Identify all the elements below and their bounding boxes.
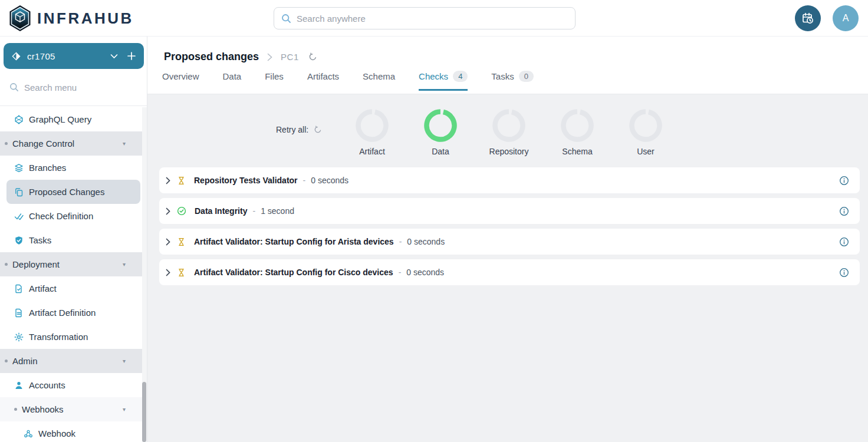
ring-repository[interactable]: Repository	[475, 108, 543, 156]
create-branch-button[interactable]	[127, 52, 136, 60]
sidebar-item-webhook[interactable]: Webhook	[0, 421, 147, 442]
ring-label: Repository	[475, 147, 543, 156]
copy-pages-icon	[14, 187, 24, 197]
menu-search	[0, 69, 147, 106]
info-icon[interactable]	[839, 237, 849, 247]
tab-artifacts[interactable]: Artifacts	[307, 71, 339, 91]
tab-checks[interactable]: Checks 4	[419, 71, 468, 91]
hourglass-icon	[177, 268, 186, 277]
branch-icon	[12, 52, 21, 61]
separator: -	[399, 268, 402, 277]
info-icon[interactable]	[839, 268, 849, 278]
ring-artifact[interactable]: Artifact	[338, 108, 406, 156]
tab-files[interactable]: Files	[265, 71, 284, 91]
tab-data[interactable]: Data	[223, 71, 242, 91]
sidebar-item-artifact[interactable]: Artifact	[0, 276, 147, 301]
retry-refresh-icon[interactable]	[314, 126, 322, 134]
breadcrumb: Proposed changes PC1	[147, 37, 868, 63]
separator: -	[252, 206, 255, 216]
search-icon	[9, 83, 19, 92]
tab-schema[interactable]: Schema	[363, 71, 395, 91]
validator-duration: 0 seconds	[311, 176, 348, 185]
sidebar-item-proposed-changes[interactable]: Proposed Changes	[6, 180, 140, 204]
sidebar-item-tasks[interactable]: Tasks	[0, 228, 147, 252]
sidebar-item-graphql-query[interactable]: GraphQL Query	[0, 107, 147, 131]
validator-duration: 1 second	[261, 206, 294, 216]
tab-label: Files	[265, 71, 284, 81]
sidebar-item-artifact-definition[interactable]: Artifact Definition	[0, 301, 147, 325]
sidebar-item-label: Artifact Definition	[29, 308, 96, 318]
sidebar-item-check-definition[interactable]: Check Definition	[0, 204, 147, 228]
sidebar-item-branches[interactable]: Branches	[0, 156, 147, 180]
tab-label: Overview	[162, 71, 199, 81]
check-type-rings: Artifact Data Repository Schema User	[338, 108, 680, 156]
sidebar-item-label: Branches	[29, 163, 66, 173]
sidebar-section-change-control[interactable]: Change Control ▾	[0, 131, 147, 156]
validator-name: Data Integrity	[195, 206, 247, 216]
menu-search-input[interactable]	[24, 83, 142, 93]
search-icon	[281, 14, 291, 24]
ring-user[interactable]: User	[611, 108, 680, 156]
check-circle-icon	[177, 206, 186, 216]
tab-overview[interactable]: Overview	[162, 71, 199, 91]
shield-check-icon	[14, 236, 24, 245]
branch-selector[interactable]: cr1705	[4, 43, 144, 69]
validator-row[interactable]: Repository Tests Validator - 0 seconds	[159, 167, 860, 193]
retry-all-label: Retry all:	[276, 125, 308, 134]
info-icon[interactable]	[839, 206, 849, 216]
validator-list: Repository Tests Validator - 0 seconds D…	[159, 167, 860, 290]
sidebar-scrollbar-thumb[interactable]	[142, 382, 146, 442]
branch-name: cr1705	[27, 51, 55, 61]
infrahub-logo[interactable]: INFRAHUB	[8, 5, 134, 32]
collapse-triangle-icon: ▾	[123, 140, 126, 147]
webhook-icon	[24, 429, 33, 438]
tab-label: Checks	[419, 71, 448, 81]
chevron-right-icon[interactable]	[166, 207, 170, 215]
page-header: Proposed changes PC1 Overview Data Files…	[147, 37, 868, 94]
chevron-down-icon[interactable]	[110, 54, 118, 59]
person-icon	[14, 381, 24, 390]
global-search	[274, 7, 576, 29]
sidebar-section-admin[interactable]: Admin ▾	[0, 349, 147, 373]
sidebar-item-transformation[interactable]: Transformation	[0, 325, 147, 349]
chevron-right-icon[interactable]	[166, 238, 170, 246]
bullet-icon	[14, 408, 17, 411]
refresh-icon[interactable]	[308, 52, 317, 61]
section-label: Deployment	[12, 259, 60, 269]
user-avatar[interactable]: A	[833, 5, 859, 31]
validator-row[interactable]: Artifact Validator: Startup Config for A…	[159, 229, 860, 255]
sidebar-item-accounts[interactable]: Accounts	[0, 373, 147, 397]
info-icon[interactable]	[839, 176, 849, 186]
validator-row[interactable]: Data Integrity - 1 second	[159, 198, 860, 224]
retry-all: Retry all:	[276, 125, 322, 134]
tab-tasks[interactable]: Tasks 0	[491, 71, 534, 91]
sidebar-item-label: GraphQL Query	[29, 114, 91, 124]
separator: -	[303, 176, 306, 185]
ring-label: Artifact	[338, 147, 406, 156]
schedule-button[interactable]	[795, 5, 821, 31]
separator: -	[399, 237, 402, 246]
ring-label: User	[611, 147, 680, 156]
section-label: Webhooks	[22, 404, 64, 414]
ring-data[interactable]: Data	[406, 108, 475, 156]
breadcrumb-root[interactable]: Proposed changes	[164, 51, 259, 63]
global-search-input[interactable]	[297, 14, 568, 24]
ring-schema[interactable]: Schema	[543, 108, 611, 156]
validator-row[interactable]: Artifact Validator: Startup Config for C…	[159, 259, 860, 285]
sidebar-section-webhooks[interactable]: Webhooks ▾	[0, 397, 147, 421]
chevron-right-icon[interactable]	[166, 177, 170, 184]
file-check-icon	[14, 284, 24, 293]
collapse-triangle-icon: ▾	[123, 358, 126, 364]
tab-label: Schema	[363, 71, 395, 81]
sidebar-section-deployment[interactable]: Deployment ▾	[0, 252, 147, 276]
section-label: Change Control	[12, 138, 74, 149]
chevron-right-icon[interactable]	[166, 269, 170, 276]
checks-panel: Retry all: Artifact Data Repository	[147, 94, 868, 442]
bullet-icon	[5, 263, 8, 266]
tab-label: Artifacts	[307, 71, 339, 81]
tab-bar: Overview Data Files Artifacts Schema Che…	[147, 71, 868, 91]
gear-icon	[14, 332, 24, 342]
progress-ring-icon	[423, 108, 458, 143]
double-check-icon	[14, 212, 24, 221]
bullet-icon	[5, 359, 8, 362]
